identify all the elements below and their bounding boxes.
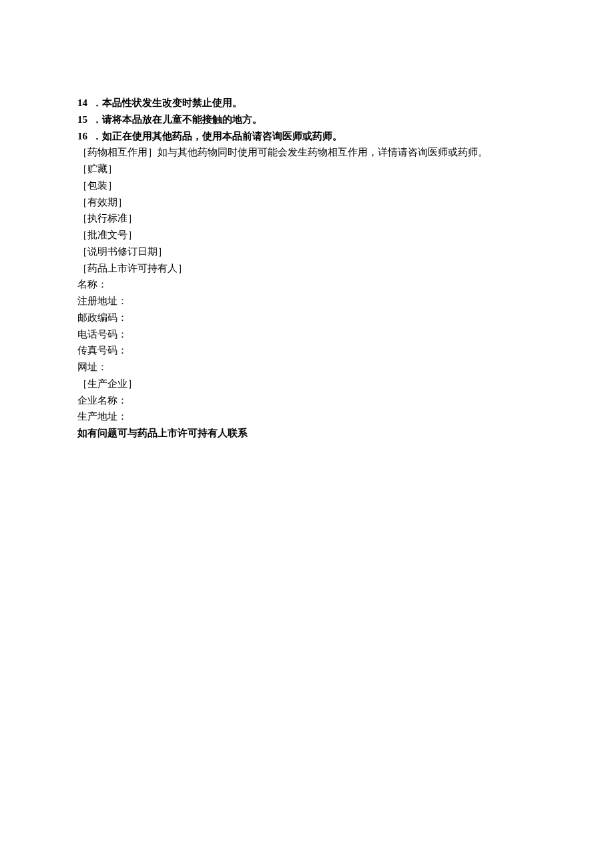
item-text: ．本品性状发生改变时禁止使用。	[92, 95, 242, 111]
item-number: 15	[77, 111, 92, 128]
section-validity: ［有效期］	[77, 194, 541, 211]
section-approval: ［批准文号］	[77, 227, 541, 244]
numbered-item-15: 15 ．请将本品放在儿童不能接触的地方。	[77, 111, 541, 128]
item-text: ．请将本品放在儿童不能接触的地方。	[92, 111, 262, 128]
holder-phone: 电话号码：	[77, 326, 541, 343]
numbered-item-16: 16 ．如正在使用其他药品，使用本品前请咨询医师或药师。	[77, 128, 541, 145]
item-number: 16	[77, 128, 92, 145]
numbered-item-14: 14 ．本品性状发生改变时禁止使用。	[77, 95, 541, 111]
item-number: 14	[77, 95, 92, 111]
section-revision-date: ［说明书修订日期］	[77, 244, 541, 260]
holder-address: 注册地址：	[77, 293, 541, 310]
section-packaging: ［包装］	[77, 177, 541, 194]
holder-name: 名称：	[77, 276, 541, 293]
contact-note: 如有问题可与药品上市许可持有人联系	[77, 425, 541, 442]
item-text: ．如正在使用其他药品，使用本品前请咨询医师或药师。	[92, 128, 342, 145]
holder-postal: 邮政编码：	[77, 310, 541, 326]
holder-website: 网址：	[77, 359, 541, 376]
section-standard: ［执行标准］	[77, 210, 541, 227]
holder-fax: 传真号码：	[77, 342, 541, 359]
manufacturer-address: 生产地址：	[77, 408, 541, 425]
manufacturer-name: 企业名称：	[77, 392, 541, 409]
section-manufacturer: ［生产企业］	[77, 376, 541, 392]
section-storage: ［贮藏］	[77, 161, 541, 177]
section-holder: ［药品上市许可持有人］	[77, 260, 541, 277]
drug-interaction-note: ［药物相互作用］如与其他药物同时使用可能会发生药物相互作用，详情请咨询医师或药师…	[77, 144, 541, 161]
